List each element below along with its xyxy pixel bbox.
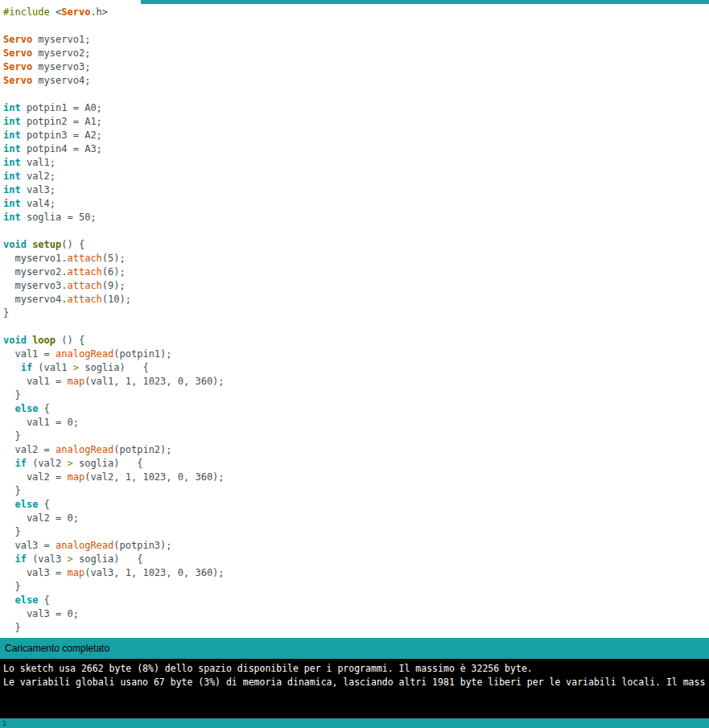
code-editor[interactable]: #include <Servo.h> Servo myservo1;Servo … xyxy=(0,4,709,638)
code-line: int potpin4 = A3; xyxy=(3,142,709,156)
code-line: #include <Servo.h> xyxy=(3,6,709,19)
code-line: } xyxy=(3,525,709,539)
code-line: int potpin2 = A1; xyxy=(3,115,709,129)
code-line: myservo3.attach(9); xyxy=(3,279,709,293)
code-line: int val4; xyxy=(3,197,709,211)
code-line: } xyxy=(3,580,709,594)
code-line: val2 = analogRead(potpin2); xyxy=(3,443,709,457)
code-line: } xyxy=(3,430,709,443)
code-line: myservo4.attach(10); xyxy=(3,293,709,306)
console-line: Le variabili globali usano 67 byte (3%) … xyxy=(3,676,709,689)
console-output[interactable]: Lo sketch usa 2662 byte (8%) dello spazi… xyxy=(0,659,709,718)
code-line: val2 = map(val2, 1, 1023, 0, 360); xyxy=(3,471,709,484)
code-line: myservo1.attach(5); xyxy=(3,252,709,265)
code-line: } xyxy=(3,389,709,402)
code-line: val2 = 0; xyxy=(3,512,709,525)
code-line: val1 = analogRead(potpin1); xyxy=(3,348,709,361)
code-line: val3 = 0; xyxy=(3,607,709,621)
code-line: if (val2 > soglia) { xyxy=(3,457,709,471)
code-line: Servo myservo3; xyxy=(3,60,709,74)
console-line: Lo sketch usa 2662 byte (8%) dello spazi… xyxy=(3,662,709,676)
code-line: myservo2.attach(6); xyxy=(3,265,709,279)
code-line: val1 = map(val1, 1, 1023, 0, 360); xyxy=(3,375,709,389)
code-line: if (val3 > soglia) { xyxy=(3,553,709,566)
console-text: Lo sketch usa 2662 byte (8%) dello spazi… xyxy=(3,662,709,689)
code-line: val1 = 0; xyxy=(3,416,709,430)
code-line: else { xyxy=(3,498,709,512)
footer-strip: 1 xyxy=(0,718,709,728)
code-line: void setup() { xyxy=(3,238,709,252)
code-line: void loop () { xyxy=(3,334,709,348)
code-lines: #include <Servo.h> Servo myservo1;Servo … xyxy=(3,6,709,635)
code-line xyxy=(3,320,709,334)
code-line: Servo myservo2; xyxy=(3,47,709,60)
code-line: } xyxy=(3,484,709,498)
status-text: Caricamento completato xyxy=(5,643,109,654)
code-line: } xyxy=(3,306,709,320)
code-line: int potpin1 = A0; xyxy=(3,101,709,115)
code-line: val3 = analogRead(potpin3); xyxy=(3,539,709,553)
code-line: int potpin3 = A2; xyxy=(3,129,709,142)
code-line: if (val1 > soglia) { xyxy=(3,361,709,375)
status-bar: Caricamento completato xyxy=(0,638,709,659)
code-line: int soglia = 50; xyxy=(3,211,709,224)
arduino-ide-window: #include <Servo.h> Servo myservo1;Servo … xyxy=(0,0,709,728)
code-line: else { xyxy=(3,402,709,416)
code-line: int val2; xyxy=(3,170,709,183)
code-line: val3 = map(val3, 1, 1023, 0, 360); xyxy=(3,566,709,580)
code-line xyxy=(3,224,709,238)
code-line: int val3; xyxy=(3,183,709,197)
code-line xyxy=(3,19,709,33)
code-line: else { xyxy=(3,594,709,607)
line-number-indicator: 1 xyxy=(2,719,6,727)
code-line: Servo myservo4; xyxy=(3,74,709,88)
code-line xyxy=(3,88,709,101)
code-line: int val1; xyxy=(3,156,709,170)
code-line: } xyxy=(3,621,709,635)
code-line: Servo myservo1; xyxy=(3,33,709,47)
